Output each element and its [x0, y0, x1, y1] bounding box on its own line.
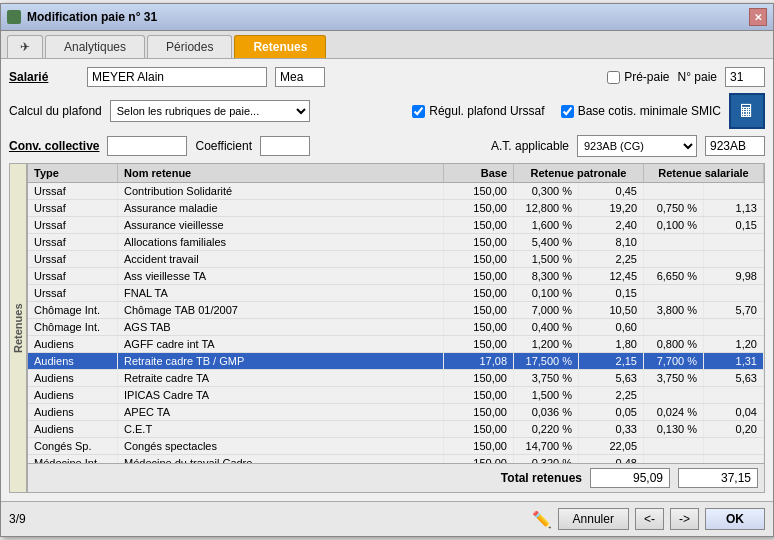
td-sal-val: 0,15 — [704, 217, 764, 233]
td-patron-val: 0,15 — [579, 285, 644, 301]
td-base: 150,00 — [444, 217, 514, 233]
table-row[interactable]: Urssaf Ass vieillesse TA 150,00 8,300 % … — [28, 268, 764, 285]
table-row[interactable]: Médecine Int. Médecine du travail Cadre … — [28, 455, 764, 463]
table-row[interactable]: Chômage Int. AGS TAB 150,00 0,400 % 0,60 — [28, 319, 764, 336]
tabs-bar: ✈ Analytiques Périodes Retenues — [1, 31, 773, 59]
table-row[interactable]: Chômage Int. Chômage TAB 01/2007 150,00 … — [28, 302, 764, 319]
total-label: Total retenues — [501, 471, 582, 485]
td-patron-val: 12,45 — [579, 268, 644, 284]
td-type: Urssaf — [28, 217, 118, 233]
td-type: Audiens — [28, 336, 118, 352]
table-row[interactable]: Audiens Retraite cadre TA 150,00 3,750 %… — [28, 370, 764, 387]
td-patron-pct: 17,500 % — [514, 353, 579, 369]
npaie-input[interactable] — [725, 67, 765, 87]
td-sal-pct — [644, 455, 704, 463]
td-sal-val: 5,70 — [704, 302, 764, 318]
at-dropdown[interactable]: 923AB (CG) — [577, 135, 697, 157]
td-sal-val: 0,20 — [704, 421, 764, 437]
calcul-dropdown[interactable]: Selon les rubriques de paie... — [110, 100, 310, 122]
td-base: 150,00 — [444, 200, 514, 216]
at-code-input[interactable] — [705, 136, 765, 156]
td-nom: Retraite cadre TA — [118, 370, 444, 386]
td-patron-pct: 0,220 % — [514, 421, 579, 437]
td-patron-val: 2,25 — [579, 251, 644, 267]
td-sal-val: 1,31 — [704, 353, 764, 369]
table-row[interactable]: Urssaf Assurance vieillesse 150,00 1,600… — [28, 217, 764, 234]
td-patron-pct: 8,300 % — [514, 268, 579, 284]
td-sal-val — [704, 251, 764, 267]
td-nom: Allocations familiales — [118, 234, 444, 250]
coeff-input[interactable] — [260, 136, 310, 156]
td-base: 150,00 — [444, 370, 514, 386]
conv-input[interactable] — [107, 136, 187, 156]
prev-button[interactable]: <- — [635, 508, 664, 530]
base-checkbox[interactable] — [561, 105, 574, 118]
td-type: Chômage Int. — [28, 319, 118, 335]
td-base: 150,00 — [444, 336, 514, 352]
td-nom: Chômage TAB 01/2007 — [118, 302, 444, 318]
total-patron-value — [590, 468, 670, 488]
tab-analytiques[interactable]: Analytiques — [45, 35, 145, 58]
td-base: 150,00 — [444, 251, 514, 267]
th-base: Base — [444, 164, 514, 182]
th-type: Type — [28, 164, 118, 182]
prepay-checkbox[interactable] — [607, 71, 620, 84]
td-type: Urssaf — [28, 183, 118, 199]
at-label: A.T. applicable — [491, 139, 569, 153]
td-patron-val: 2,40 — [579, 217, 644, 233]
td-type: Audiens — [28, 353, 118, 369]
td-sal-pct — [644, 319, 704, 335]
td-type: Médecine Int. — [28, 455, 118, 463]
table-row[interactable]: Audiens Retraite cadre TB / GMP 17,08 17… — [28, 353, 764, 370]
td-sal-pct: 7,700 % — [644, 353, 704, 369]
table-row[interactable]: Urssaf Contribution Solidarité 150,00 0,… — [28, 183, 764, 200]
td-patron-val: 22,05 — [579, 438, 644, 454]
td-sal-pct: 6,650 % — [644, 268, 704, 284]
table-row[interactable]: Audiens C.E.T 150,00 0,220 % 0,33 0,130 … — [28, 421, 764, 438]
td-patron-val: 1,80 — [579, 336, 644, 352]
table-header: Type Nom retenue Base Retenue patronale … — [28, 164, 764, 183]
cancel-button[interactable]: Annuler — [558, 508, 629, 530]
td-nom: APEC TA — [118, 404, 444, 420]
td-patron-val: 5,63 — [579, 370, 644, 386]
tab-retenues[interactable]: Retenues — [234, 35, 326, 58]
salarie-name-input[interactable] — [87, 67, 267, 87]
td-sal-val: 5,63 — [704, 370, 764, 386]
coeff-label: Coefficient — [195, 139, 251, 153]
salarie-mea-input[interactable] — [275, 67, 325, 87]
table-row[interactable]: Congés Sp. Congés spectacles 150,00 14,7… — [28, 438, 764, 455]
tab-periodes[interactable]: Périodes — [147, 35, 232, 58]
table-row[interactable]: Audiens IPICAS Cadre TA 150,00 1,500 % 2… — [28, 387, 764, 404]
td-patron-pct: 0,300 % — [514, 183, 579, 199]
table-row[interactable]: Urssaf FNAL TA 150,00 0,100 % 0,15 — [28, 285, 764, 302]
td-sal-pct: 0,800 % — [644, 336, 704, 352]
footer-buttons: ✏️ Annuler <- -> OK — [532, 508, 765, 530]
tab-icon[interactable]: ✈ — [7, 35, 43, 58]
table-row[interactable]: Audiens APEC TA 150,00 0,036 % 0,05 0,02… — [28, 404, 764, 421]
td-nom: C.E.T — [118, 421, 444, 437]
table-row[interactable]: Urssaf Assurance maladie 150,00 12,800 %… — [28, 200, 764, 217]
td-base: 17,08 — [444, 353, 514, 369]
td-sal-pct: 0,750 % — [644, 200, 704, 216]
next-button[interactable]: -> — [670, 508, 699, 530]
total-row: Total retenues — [28, 463, 764, 492]
footer: 3/9 ✏️ Annuler <- -> OK — [1, 501, 773, 536]
calculator-icon[interactable]: 🖩 — [729, 93, 765, 129]
regul-label: Régul. plafond Urssaf — [429, 104, 544, 118]
table-row[interactable]: Audiens AGFF cadre int TA 150,00 1,200 %… — [28, 336, 764, 353]
td-type: Chômage Int. — [28, 302, 118, 318]
table-row[interactable]: Urssaf Allocations familiales 150,00 5,4… — [28, 234, 764, 251]
td-sal-val — [704, 387, 764, 403]
td-patron-pct: 1,500 % — [514, 251, 579, 267]
td-base: 150,00 — [444, 183, 514, 199]
ok-button[interactable]: OK — [705, 508, 765, 530]
td-base: 150,00 — [444, 234, 514, 250]
td-type: Urssaf — [28, 200, 118, 216]
table-row[interactable]: Urssaf Accident travail 150,00 1,500 % 2… — [28, 251, 764, 268]
base-label: Base cotis. minimale SMIC — [578, 104, 721, 118]
regul-checkbox[interactable] — [412, 105, 425, 118]
td-base: 150,00 — [444, 285, 514, 301]
close-button[interactable]: ✕ — [749, 8, 767, 26]
td-nom: AGFF cadre int TA — [118, 336, 444, 352]
td-sal-pct — [644, 251, 704, 267]
